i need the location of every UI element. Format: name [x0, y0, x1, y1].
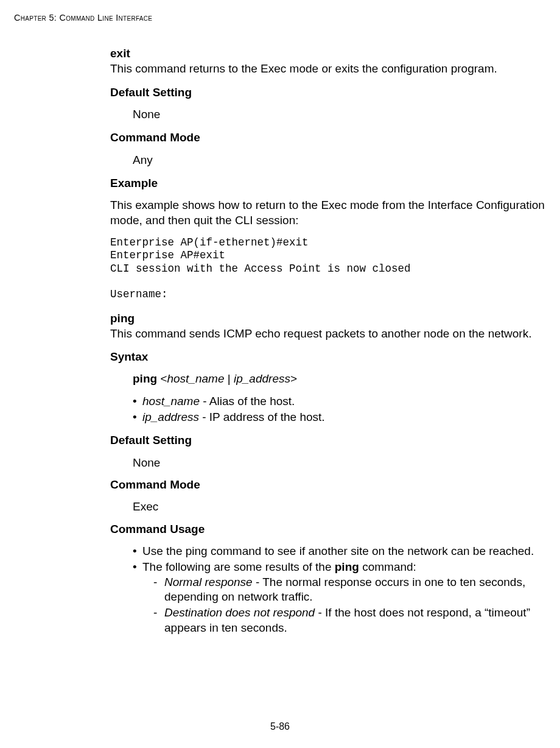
- command-usage-label: Command Usage: [110, 522, 546, 537]
- arg-name-ip: ip_address: [142, 411, 199, 423]
- syntax-arg-host-name: host_name: [167, 372, 224, 385]
- command-mode-value-exit: Any: [133, 153, 546, 168]
- default-setting-value-exit: None: [133, 107, 546, 122]
- ping-description: This command sends ICMP echo request pac…: [110, 326, 546, 341]
- usage-bold-ping: ping: [335, 560, 359, 573]
- syntax-arg-item: host_name - Alias of the host.: [133, 394, 546, 409]
- arg-desc-host: - Alias of the host.: [200, 395, 295, 408]
- command-name-ping: ping: [110, 311, 546, 326]
- syntax-line: ping <host_name | ip_address>: [133, 372, 546, 386]
- result-item: Destination does not respond - If the ho…: [153, 605, 546, 635]
- result-item: Normal response - The normal response oc…: [153, 575, 546, 605]
- syntax-arg-list: host_name - Alias of the host. ip_addres…: [133, 394, 546, 425]
- usage-list: Use the ping command to see if another s…: [133, 544, 546, 635]
- example-description: This example shows how to return to the …: [110, 198, 546, 228]
- syntax-arg-item: ip_address - IP address of the host.: [133, 410, 546, 425]
- usage-item: Use the ping command to see if another s…: [133, 544, 546, 559]
- running-header: Chapter 5: Command Line Interface: [14, 13, 152, 23]
- example-label: Example: [110, 176, 546, 191]
- result-name-normal: Normal response: [164, 576, 253, 588]
- page-number: 5-86: [0, 721, 560, 732]
- syntax-sep: |: [225, 372, 234, 385]
- code-block-exit: Enterprise AP(if-ethernet)#exit Enterpri…: [110, 236, 546, 302]
- command-mode-label-exit: Command Mode: [110, 130, 546, 145]
- syntax-open: <: [157, 372, 167, 385]
- usage-prefix: The following are some results of the: [142, 560, 335, 573]
- usage-item: The following are some results of the pi…: [133, 560, 546, 635]
- command-mode-label-ping: Command Mode: [110, 478, 546, 492]
- page-content: exit This command returns to the Exec mo…: [110, 46, 546, 637]
- default-setting-label-exit: Default Setting: [110, 85, 546, 100]
- syntax-arg-ip-address: ip_address: [234, 372, 290, 385]
- usage-suffix: command:: [359, 560, 416, 573]
- result-name-norespond: Destination does not respond: [164, 606, 315, 619]
- default-setting-value-ping: None: [133, 456, 546, 470]
- command-name-exit: exit: [110, 46, 546, 61]
- syntax-close: >: [290, 372, 297, 385]
- syntax-label: Syntax: [110, 350, 546, 364]
- arg-name-host: host_name: [142, 395, 200, 408]
- command-mode-value-ping: Exec: [133, 499, 546, 514]
- exit-description: This command returns to the Exec mode or…: [110, 62, 546, 76]
- results-list: Normal response - The normal response oc…: [142, 575, 546, 635]
- arg-desc-ip: - IP address of the host.: [199, 411, 325, 423]
- syntax-command: ping: [133, 372, 157, 385]
- default-setting-label-ping: Default Setting: [110, 433, 546, 448]
